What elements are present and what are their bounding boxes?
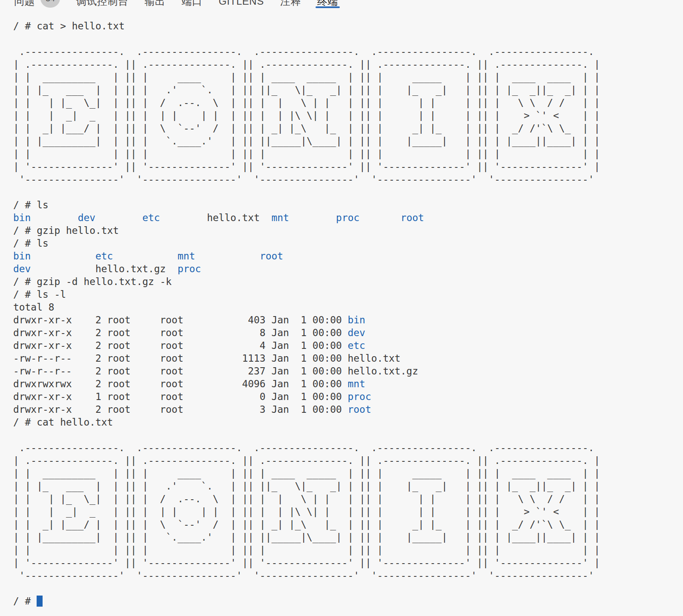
terminal-text-segment: -rw-r--r-- 2 root root 237 Jan 1 00:00 h… <box>13 366 418 377</box>
directory-name: dev <box>348 327 365 338</box>
terminal-line: | | | || | | || | | || | | || | | | <box>13 544 683 556</box>
terminal-line: | '--------------' || '--------------' |… <box>13 160 683 173</box>
terminal-text-segment: | | | _| _ | || | | | | | | || | | |\ \|… <box>13 506 600 517</box>
terminal-text-segment: | | | || | | || | | || | | || | | | <box>13 148 600 159</box>
terminal-text-segment: | | |_ ___ | | || | .' `. | || ||_ \|_ _… <box>13 84 600 95</box>
terminal-text-segment: / # cat > hello.txt <box>13 20 125 32</box>
terminal-text-segment: | | _| |___/ | | || | \ `--' / | || | _|… <box>13 123 600 134</box>
panel-tab-bar: 问题34调试控制台输出端口GITLENS注释终端 <box>0 0 683 9</box>
terminal-text-segment <box>95 212 142 223</box>
terminal-text-segment: total 8 <box>13 302 54 313</box>
terminal-line: | | | |_ \_| | || | / .--. \ | || | | \ … <box>13 492 683 505</box>
terminal-line: / # <box>13 595 683 607</box>
terminal-line: | | |_ ___ | | || | .' `. | || ||_ \|_ _… <box>13 83 683 96</box>
terminal-text-segment: drwxr-xr-x 2 root root 3 Jan 1 00:00 <box>13 404 348 415</box>
terminal-text-segment: | | | |_ \_| | || | / .--. \ | || | | \ … <box>13 493 600 504</box>
terminal-text-segment: | '--------------' || '--------------' |… <box>13 161 600 172</box>
terminal-line: | .--------------. || .--------------. |… <box>13 454 683 467</box>
terminal-line: dev hello.txt.gz proc <box>13 262 683 275</box>
terminal-text-segment <box>31 263 95 274</box>
directory-name: proc <box>348 391 371 402</box>
terminal-text-segment: .----------------. .----------------. .-… <box>13 46 600 57</box>
tab-label: 调试控制台 <box>76 0 129 8</box>
terminal-line: | | _| |___/ | | || | \ `--' / | || | _|… <box>13 518 683 531</box>
terminal-line <box>13 429 683 441</box>
terminal-text-segment: .----------------. .----------------. .-… <box>13 442 600 453</box>
tab-gitlens[interactable]: GITLENS <box>219 0 264 9</box>
terminal-line: -rw-r--r-- 2 root root 237 Jan 1 00:00 h… <box>13 365 683 377</box>
terminal-line: drwxr-xr-x 2 root root 8 Jan 1 00:00 dev <box>13 326 683 339</box>
tab-label: 注释 <box>280 0 301 8</box>
terminal-text-segment: | | _________ | || | ____ | || | ____ __… <box>13 468 600 479</box>
tab-ports[interactable]: 端口 <box>182 0 203 9</box>
tab-terminal[interactable]: 终端 <box>317 0 338 9</box>
terminal-text-segment: hello.txt.gz <box>95 263 178 274</box>
terminal-text-segment: drwxr-xr-x 2 root root 403 Jan 1 00:00 <box>13 314 348 325</box>
terminal-text-segment: | | | _| _ | || | | | | | | || | | |\ \|… <box>13 110 600 121</box>
terminal-text-segment: drwxr-xr-x 2 root root 4 Jan 1 00:00 <box>13 340 348 351</box>
tab-debug-console[interactable]: 调试控制台 <box>76 0 129 9</box>
directory-name: root <box>401 212 424 223</box>
directory-name: proc <box>178 263 201 274</box>
tab-problems[interactable]: 问题34 <box>14 0 60 9</box>
terminal-text-segment: / # ls <box>13 199 49 210</box>
directory-name: etc <box>95 250 113 262</box>
problems-count-badge: 34 <box>40 0 60 8</box>
terminal-text-segment: | | | || | | || | | || | | || | | | <box>13 544 600 556</box>
terminal-text-segment: | | |_ ___ | | || | .' `. | || ||_ \|_ _… <box>13 481 600 492</box>
terminal-line: | | | _| _ | || | | | | | | || | | |\ \|… <box>13 109 683 122</box>
directory-name: dev <box>13 263 31 274</box>
terminal-text-segment <box>31 212 77 223</box>
terminal-panel[interactable]: / # cat > hello.txt .----------------. .… <box>0 9 683 607</box>
terminal-line: .----------------. .----------------. .-… <box>13 441 683 454</box>
terminal-text-segment: | | |_________| | || | `.____.' | || ||_… <box>13 532 600 543</box>
terminal-cursor <box>37 596 43 607</box>
terminal-line: -rw-r--r-- 2 root root 1113 Jan 1 00:00 … <box>13 352 683 365</box>
tab-label: 输出 <box>145 0 166 8</box>
terminal-line: bin etc mnt root <box>13 250 683 262</box>
directory-name: proc <box>336 212 359 223</box>
terminal-text-segment: | | _| |___/ | | || | \ `--' / | || | _|… <box>13 519 600 530</box>
terminal-text-segment: / # ls -l <box>13 289 66 300</box>
tab-comments[interactable]: 注释 <box>280 0 301 9</box>
directory-name: mnt <box>271 212 289 223</box>
terminal-line: | | _| |___/ | | || | \ `--' / | || | _|… <box>13 122 683 135</box>
terminal-line: | | | _| _ | || | | | | | | || | | |\ \|… <box>13 505 683 518</box>
terminal-line: | | _________ | || | ____ | || | ____ __… <box>13 467 683 480</box>
terminal-text-segment: '----------------' '----------------' '-… <box>13 570 600 581</box>
terminal-lines: / # cat > hello.txt .----------------. .… <box>13 20 683 607</box>
terminal-text-segment: | .--------------. || .--------------. |… <box>13 455 600 466</box>
terminal-line: drwxrwxrwx 2 root root 4096 Jan 1 00:00 … <box>13 377 683 390</box>
terminal-line: / # cat hello.txt <box>13 416 683 429</box>
directory-name: bin <box>13 250 31 262</box>
terminal-line: '----------------' '----------------' '-… <box>13 569 683 582</box>
terminal-line: / # ls <box>13 199 683 211</box>
terminal-text-segment <box>289 212 336 223</box>
terminal-text-segment: / # gzip hello.txt <box>13 225 119 236</box>
directory-name: mnt <box>348 378 365 389</box>
terminal-text-segment: drwxrwxrwx 2 root root 4096 Jan 1 00:00 <box>13 378 348 389</box>
terminal-line: | | | |_ \_| | || | / .--. \ | || | | \ … <box>13 96 683 109</box>
terminal-line <box>13 32 683 45</box>
terminal-text-segment: / # <box>13 596 37 607</box>
terminal-line: / # cat > hello.txt <box>13 20 683 32</box>
terminal-line: | .--------------. || .--------------. |… <box>13 58 683 71</box>
directory-name: root <box>260 250 283 262</box>
terminal-line: | '--------------' || '--------------' |… <box>13 556 683 569</box>
tab-output[interactable]: 输出 <box>145 0 166 9</box>
terminal-line: / # ls <box>13 237 683 250</box>
tab-label: 问题 <box>14 0 35 8</box>
terminal-line: .----------------. .----------------. .-… <box>13 45 683 58</box>
terminal-text-segment: drwxr-xr-x 1 root root 0 Jan 1 00:00 <box>13 391 348 402</box>
terminal-line: drwxr-xr-x 2 root root 3 Jan 1 00:00 roo… <box>13 403 683 416</box>
terminal-text-segment <box>359 212 400 223</box>
terminal-line: | | _________ | || | ____ | || | ____ __… <box>13 71 683 83</box>
terminal-line: / # gzip hello.txt <box>13 224 683 237</box>
directory-name: root <box>348 404 371 415</box>
terminal-line <box>13 186 683 199</box>
directory-name: mnt <box>178 250 195 262</box>
terminal-line: | | |_ ___ | | || | .' `. | || ||_ \|_ _… <box>13 480 683 492</box>
terminal-line: | | | || | | || | | || | | || | | | <box>13 147 683 160</box>
terminal-text-segment <box>31 250 95 262</box>
terminal-line: drwxr-xr-x 2 root root 4 Jan 1 00:00 etc <box>13 339 683 352</box>
